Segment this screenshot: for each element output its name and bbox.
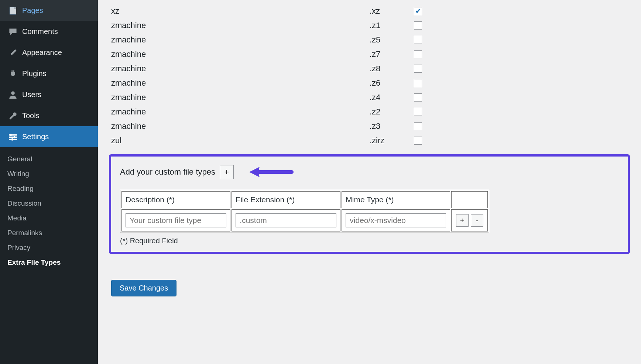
sidebar-item-comments[interactable]: Comments — [0, 21, 98, 42]
file-type-checkbox[interactable] — [414, 36, 422, 44]
sidebar-item-appearance[interactable]: Appearance — [0, 42, 98, 63]
sidebar-item-label: Plugins — [22, 69, 47, 78]
custom-file-types-section: Add your custom file types + Description… — [109, 154, 630, 254]
sub-item-writing[interactable]: Writing — [0, 166, 98, 181]
add-row-button[interactable]: + — [220, 165, 234, 179]
file-type-name: zmachine — [111, 49, 370, 59]
file-type-checkbox[interactable] — [414, 108, 422, 116]
file-type-row: zmachine.z2 — [111, 104, 628, 119]
svg-rect-8 — [11, 138, 13, 140]
required-field-note: (*) Required Field — [120, 237, 619, 245]
settings-submenu: General Writing Reading Discussion Media… — [0, 147, 98, 277]
description-input[interactable] — [126, 213, 226, 227]
sub-item-permalinks[interactable]: Permalinks — [0, 226, 98, 240]
comments-icon — [7, 27, 19, 36]
sub-item-media[interactable]: Media — [0, 211, 98, 226]
svg-rect-1 — [10, 7, 16, 14]
file-type-extension: .zirz — [370, 136, 414, 145]
file-type-row: zmachine.z5 — [111, 32, 628, 47]
file-type-row: zul.zirz — [111, 133, 628, 148]
sub-item-privacy[interactable]: Privacy — [0, 240, 98, 255]
file-type-extension: .z1 — [370, 21, 414, 30]
file-type-extension: .z6 — [370, 78, 414, 88]
svg-rect-3 — [9, 134, 17, 135]
file-type-extension: .z4 — [370, 93, 414, 102]
file-type-row: zmachine.z3 — [111, 119, 628, 133]
file-type-checkbox[interactable] — [414, 122, 422, 130]
file-type-name: zmachine — [111, 121, 370, 131]
svg-rect-7 — [14, 136, 15, 138]
file-type-name: zmachine — [111, 64, 370, 73]
sidebar-item-tools[interactable]: Tools — [0, 105, 98, 126]
file-type-row: zmachine.z6 — [111, 76, 628, 90]
file-type-name: zmachine — [111, 93, 370, 102]
file-type-extension: .z5 — [370, 35, 414, 45]
pages-icon — [7, 6, 19, 15]
sidebar-item-settings[interactable]: Settings — [0, 126, 98, 147]
file-type-checkbox[interactable] — [414, 21, 422, 30]
file-type-name: xz — [111, 6, 370, 16]
users-icon — [7, 90, 19, 99]
svg-point-2 — [11, 91, 15, 95]
file-type-row: zmachine.z7 — [111, 47, 628, 61]
th-mime: Mime Type (*) — [342, 191, 450, 208]
file-type-list: xz.xzzmachine.z1zmachine.z5zmachine.z7zm… — [98, 0, 641, 148]
file-type-row: zmachine.z4 — [111, 90, 628, 104]
tools-icon — [7, 111, 19, 120]
file-type-checkbox[interactable] — [414, 79, 422, 87]
file-type-checkbox[interactable] — [414, 50, 422, 58]
sidebar-item-users[interactable]: Users — [0, 84, 98, 105]
file-type-extension: .xz — [370, 6, 414, 16]
file-type-extension: .z8 — [370, 64, 414, 73]
custom-file-types-table: Description (*) File Extension (*) Mime … — [120, 190, 489, 233]
svg-rect-4 — [9, 136, 17, 138]
row-add-button[interactable]: + — [456, 214, 469, 227]
file-type-extension: .z7 — [370, 49, 414, 59]
appearance-icon — [7, 48, 19, 57]
sidebar-item-label: Appearance — [22, 48, 62, 57]
save-changes-button[interactable]: Save Changes — [111, 280, 176, 296]
row-remove-button[interactable]: - — [471, 214, 483, 227]
file-type-name: zmachine — [111, 107, 370, 117]
sub-item-discussion[interactable]: Discussion — [0, 196, 98, 211]
extension-input[interactable] — [236, 213, 336, 227]
file-type-row: zmachine.z8 — [111, 61, 628, 76]
sidebar-item-label: Tools — [22, 111, 40, 120]
th-extension: File Extension (*) — [232, 191, 340, 208]
file-type-extension: .z2 — [370, 107, 414, 117]
sidebar-item-plugins[interactable]: Plugins — [0, 63, 98, 84]
file-type-name: zmachine — [111, 78, 370, 88]
file-type-checkbox[interactable] — [414, 65, 422, 73]
sidebar-item-label: Users — [22, 90, 41, 99]
file-type-row: xz.xz — [111, 4, 628, 18]
main-content: xz.xzzmachine.z1zmachine.z5zmachine.z7zm… — [98, 0, 641, 364]
admin-sidebar: Pages Comments Appearance Plugins Users … — [0, 0, 98, 364]
file-type-name: zmachine — [111, 35, 370, 45]
settings-icon — [7, 133, 19, 141]
file-type-extension: .z3 — [370, 121, 414, 131]
sidebar-item-label: Settings — [22, 133, 49, 141]
sub-item-general[interactable]: General — [0, 152, 98, 166]
file-type-checkbox[interactable] — [414, 137, 422, 145]
file-type-name: zul — [111, 136, 370, 145]
custom-file-types-heading-row: Add your custom file types + — [120, 165, 619, 179]
custom-file-type-row: + - — [121, 209, 488, 231]
file-type-row: zmachine.z1 — [111, 18, 628, 32]
th-actions — [451, 191, 488, 208]
file-type-checkbox[interactable] — [414, 7, 422, 15]
plugins-icon — [7, 69, 19, 78]
sub-item-reading[interactable]: Reading — [0, 181, 98, 196]
mime-input[interactable] — [346, 213, 446, 227]
th-description: Description (*) — [121, 191, 230, 208]
annotation-arrow-icon — [246, 165, 294, 179]
sub-item-extra-file-types[interactable]: Extra File Types — [0, 255, 98, 270]
sidebar-item-pages[interactable]: Pages — [0, 0, 98, 21]
svg-rect-6 — [10, 134, 12, 136]
file-type-name: zmachine — [111, 21, 370, 30]
sidebar-item-label: Pages — [22, 6, 43, 15]
sidebar-item-label: Comments — [22, 27, 58, 36]
file-type-checkbox[interactable] — [414, 93, 422, 102]
custom-file-types-heading: Add your custom file types — [120, 167, 215, 177]
